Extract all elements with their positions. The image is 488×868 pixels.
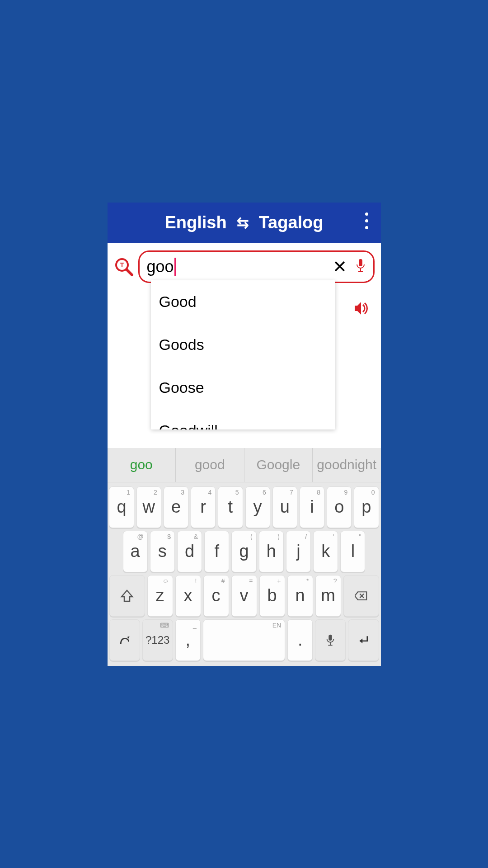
shift-key[interactable] xyxy=(109,575,145,617)
swipe-key[interactable] xyxy=(109,619,140,661)
on-screen-keyboard: goo good Google goodnight q1w2e3r4t5y6u7… xyxy=(108,448,381,666)
key-r[interactable]: r4 xyxy=(191,486,216,528)
period-key[interactable]: . xyxy=(287,619,313,661)
key-o[interactable]: o9 xyxy=(327,486,352,528)
keyboard-suggestion[interactable]: goodnight xyxy=(313,448,381,482)
key-d[interactable]: d& xyxy=(177,531,202,572)
svg-text:T: T xyxy=(120,261,124,269)
search-area: T goo ✕ Good Goods Goose Goodwill xyxy=(108,243,381,448)
source-language-label[interactable]: English xyxy=(164,213,226,232)
autocomplete-item[interactable]: Goods xyxy=(151,323,335,366)
key-k[interactable]: k' xyxy=(313,531,338,572)
header-bar: English ⇆ Tagalog xyxy=(108,203,381,243)
svg-rect-8 xyxy=(329,634,332,640)
key-g[interactable]: g( xyxy=(231,531,256,572)
keyboard-row: a@s$d&f_g(h)j/k'l" xyxy=(109,529,379,574)
swap-languages-icon[interactable]: ⇆ xyxy=(237,214,249,231)
key-a[interactable]: a@ xyxy=(123,531,148,572)
svg-line-1 xyxy=(127,269,132,275)
backspace-key[interactable] xyxy=(343,575,379,617)
key-s[interactable]: s$ xyxy=(150,531,175,572)
autocomplete-item[interactable]: Good xyxy=(151,280,335,323)
keyboard-suggestions-bar: goo good Google goodnight xyxy=(108,448,381,482)
keyboard-suggestion[interactable]: Google xyxy=(244,448,313,482)
svg-rect-3 xyxy=(359,259,362,266)
keyboard-mic-key[interactable] xyxy=(315,619,346,661)
key-u[interactable]: u7 xyxy=(272,486,297,528)
keyboard-suggestion[interactable]: good xyxy=(176,448,244,482)
key-v[interactable]: v= xyxy=(231,575,257,617)
search-row: T goo ✕ xyxy=(114,250,375,283)
key-w[interactable]: w2 xyxy=(136,486,161,528)
autocomplete-dropdown: Good Goods Goose Goodwill xyxy=(151,280,335,429)
speaker-icon[interactable] xyxy=(354,301,370,317)
key-j[interactable]: j/ xyxy=(286,531,311,572)
autocomplete-item[interactable]: Goose xyxy=(151,366,335,409)
search-input[interactable]: goo xyxy=(147,257,324,276)
text-caret xyxy=(174,258,176,276)
key-b[interactable]: b+ xyxy=(259,575,285,617)
key-m[interactable]: m? xyxy=(315,575,341,617)
search-input-text: goo xyxy=(147,257,174,276)
autocomplete-item[interactable]: Goodwill xyxy=(151,409,335,429)
key-e[interactable]: e3 xyxy=(164,486,188,528)
search-box: goo ✕ xyxy=(138,250,375,283)
key-f[interactable]: f_ xyxy=(204,531,229,572)
key-i[interactable]: i8 xyxy=(300,486,324,528)
key-p[interactable]: p0 xyxy=(354,486,379,528)
target-language-label[interactable]: Tagalog xyxy=(259,213,324,232)
overflow-menu-icon[interactable] xyxy=(363,211,370,231)
keyboard-row: z☺x!c#v=b+n*m? xyxy=(109,574,379,618)
clear-input-icon[interactable]: ✕ xyxy=(330,255,350,278)
key-c[interactable]: c# xyxy=(203,575,229,617)
key-l[interactable]: l" xyxy=(340,531,365,572)
key-y[interactable]: y6 xyxy=(245,486,270,528)
keyboard-suggestion[interactable]: goo xyxy=(108,448,176,482)
microphone-icon[interactable] xyxy=(355,259,366,274)
key-n[interactable]: n* xyxy=(287,575,313,617)
keyboard-rows: q1w2e3r4t5y6u7i8o9p0 a@s$d&f_g(h)j/k'l" … xyxy=(108,482,381,666)
search-mode-icon[interactable]: T xyxy=(114,257,134,277)
enter-key[interactable] xyxy=(348,619,379,661)
comma-key[interactable]: ,_ xyxy=(175,619,201,661)
key-h[interactable]: h) xyxy=(259,531,284,572)
space-key[interactable]: EN xyxy=(203,619,285,661)
keyboard-row: ?123⌨,_EN. xyxy=(109,618,379,662)
app-window: English ⇆ Tagalog T goo ✕ Good Go xyxy=(108,203,381,666)
key-q[interactable]: q1 xyxy=(109,486,134,528)
key-x[interactable]: x! xyxy=(175,575,201,617)
symbols-key[interactable]: ?123⌨ xyxy=(142,619,173,661)
key-z[interactable]: z☺ xyxy=(147,575,173,617)
keyboard-row: q1w2e3r4t5y6u7i8o9p0 xyxy=(109,485,379,529)
key-t[interactable]: t5 xyxy=(218,486,243,528)
